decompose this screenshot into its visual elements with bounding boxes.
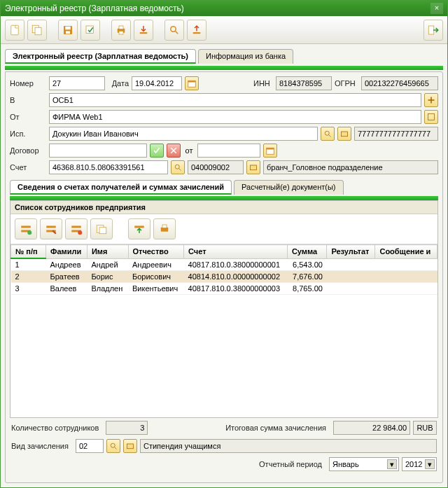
row-copy-button[interactable] xyxy=(90,218,113,239)
v-field[interactable] xyxy=(49,93,421,107)
contract-cal-icon[interactable] xyxy=(263,144,277,158)
emp-count-field xyxy=(106,421,148,435)
close-icon[interactable]: × xyxy=(430,3,443,14)
tab-bank-info[interactable]: Информация из банка xyxy=(198,49,293,64)
contract-del-icon[interactable] xyxy=(167,144,181,158)
svg-rect-0 xyxy=(11,25,19,35)
row-print-button[interactable] xyxy=(153,218,176,239)
svg-rect-2 xyxy=(35,27,41,35)
total-label: Итоговая сумма зачисления xyxy=(225,424,326,432)
v-lookup-icon[interactable] xyxy=(424,93,438,107)
account2-lookup-icon[interactable] xyxy=(246,160,260,174)
account-lookup-icon[interactable] xyxy=(171,160,185,174)
exit-button[interactable] xyxy=(424,20,443,41)
total-field xyxy=(333,421,410,435)
from-field[interactable] xyxy=(49,110,421,124)
calendar-icon[interactable] xyxy=(185,76,199,90)
row-delete-button[interactable] xyxy=(65,218,88,239)
isp-field[interactable] xyxy=(49,127,318,141)
isp-open-icon[interactable] xyxy=(337,127,351,141)
svg-point-30 xyxy=(78,230,82,235)
copy-doc-button[interactable] xyxy=(27,20,47,41)
period-year-dropdown[interactable]: 2012 ▾ xyxy=(402,457,437,471)
svg-point-25 xyxy=(27,230,31,235)
contract-label: Договор xyxy=(10,146,46,155)
contract-date-field[interactable] xyxy=(197,144,260,158)
svg-rect-5 xyxy=(66,31,70,34)
col-lastname[interactable]: Фамили xyxy=(46,245,88,259)
table-row[interactable]: 3ВалеевВладленВикентьевич40817.810.0.380… xyxy=(11,283,438,295)
col-firstname[interactable]: Имя xyxy=(87,245,128,259)
currency-field xyxy=(413,421,437,435)
col-npp[interactable]: № п/п xyxy=(11,245,46,259)
main-tabs: Электронный реестр (Зарплатная ведомость… xyxy=(5,49,443,64)
type-code-field[interactable] xyxy=(76,439,104,453)
isp-search-icon[interactable] xyxy=(321,127,335,141)
type-search-icon[interactable] xyxy=(106,439,120,453)
import-button[interactable] xyxy=(134,20,153,41)
chevron-down-icon: ▾ xyxy=(387,459,397,469)
period-month-value: Январь xyxy=(332,460,359,468)
titlebar: Электронный реестр (Зарплатная ведомость… xyxy=(1,1,447,16)
branch-field xyxy=(263,160,438,174)
date-field[interactable] xyxy=(132,76,182,90)
from-lookup-icon[interactable] xyxy=(424,110,438,124)
search-button[interactable] xyxy=(164,20,184,41)
svg-rect-4 xyxy=(65,26,71,29)
svg-rect-8 xyxy=(119,26,123,29)
type-open-icon[interactable] xyxy=(123,439,137,453)
window-title: Электронный реестр (Зарплатная ведомость… xyxy=(5,4,430,13)
svg-point-21 xyxy=(175,165,179,169)
contract-field[interactable] xyxy=(49,144,147,158)
content-area: Электронный реестр (Зарплатная ведомость… xyxy=(1,44,447,487)
svg-rect-12 xyxy=(193,32,201,34)
contract-add-icon[interactable] xyxy=(150,144,164,158)
row-import-button[interactable] xyxy=(128,218,150,239)
account-field[interactable] xyxy=(49,160,168,174)
subtab-accounts[interactable]: Сведения о счетах получателей и суммах з… xyxy=(10,180,232,195)
save-button[interactable] xyxy=(58,20,78,41)
svg-point-36 xyxy=(111,443,115,447)
employees-table-wrap[interactable]: № п/п Фамили Имя Отчество Счет Сумма Рез… xyxy=(10,244,438,417)
type-label: Вид зачисления xyxy=(11,442,69,450)
print-button[interactable] xyxy=(111,20,131,41)
col-account[interactable]: Счет xyxy=(184,245,288,259)
main-panel: Номер Дата ИНН ОГРН В От xyxy=(5,71,443,483)
inn-field xyxy=(276,76,332,90)
svg-rect-37 xyxy=(127,444,133,449)
svg-rect-32 xyxy=(99,228,106,234)
col-patronymic[interactable]: Отчество xyxy=(128,245,184,259)
chevron-down-icon: ▾ xyxy=(425,459,435,469)
table-row[interactable]: 2БратеевБорисБорисович40814.810.0.000000… xyxy=(11,271,438,283)
employees-toolbar xyxy=(10,214,438,244)
isp-extra-field xyxy=(354,127,438,141)
type-text-field xyxy=(140,439,437,453)
ot-label: от xyxy=(183,146,195,155)
svg-rect-10 xyxy=(140,32,148,34)
subtab-docs[interactable]: Расчетный(е) документ(ы) xyxy=(234,180,344,195)
col-result[interactable]: Результат xyxy=(327,245,375,259)
save-check-button[interactable] xyxy=(80,20,100,41)
sub-tabs: Сведения о счетах получателей и суммах з… xyxy=(10,180,438,195)
svg-rect-20 xyxy=(267,148,274,149)
from-label: От xyxy=(10,113,46,121)
ogrn-label: ОГРН xyxy=(335,79,358,88)
export-button[interactable] xyxy=(187,20,206,41)
number-field[interactable] xyxy=(49,76,105,90)
period-month-dropdown[interactable]: Январь ▾ xyxy=(329,457,399,471)
employees-table: № п/п Фамили Имя Отчество Счет Сумма Рез… xyxy=(10,244,438,295)
col-sum[interactable]: Сумма xyxy=(287,245,326,259)
svg-rect-28 xyxy=(71,226,81,228)
svg-point-11 xyxy=(171,26,176,32)
new-doc-button[interactable] xyxy=(5,20,24,41)
svg-rect-9 xyxy=(119,31,123,34)
svg-point-17 xyxy=(325,131,329,135)
footer-area: Количество сотрудников Итоговая сумма за… xyxy=(10,418,438,478)
table-row[interactable]: 1АндреевАндрейАндреевич40817.810.0.38000… xyxy=(11,258,438,271)
row-edit-button[interactable] xyxy=(40,218,62,239)
col-message[interactable]: Сообщение и xyxy=(375,245,438,259)
employees-panel: Список сотрудников предприятия № п/п xyxy=(10,200,438,418)
period-label: Отчетный период xyxy=(259,460,322,468)
row-add-button[interactable] xyxy=(15,218,37,239)
tab-registry[interactable]: Электронный реестр (Зарплатная ведомость… xyxy=(5,49,196,64)
